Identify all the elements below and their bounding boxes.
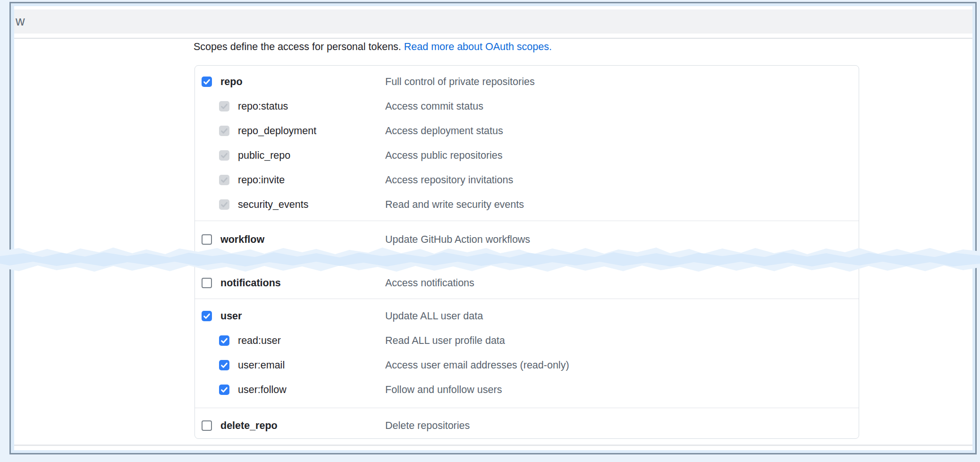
checkmark-icon <box>220 102 228 111</box>
scope-row-user-email: user:email Access user email addresses (… <box>195 353 859 377</box>
scope-description: Access public repositories <box>385 150 503 162</box>
delete-repo-checkbox[interactable] <box>202 420 212 431</box>
scope-description: Access commit status <box>385 101 483 112</box>
scope-label: repo:status <box>238 101 288 112</box>
scope-label: repo:invite <box>238 174 285 186</box>
scope-row-repo-deployment: repo_deployment Access deployment status <box>195 119 859 143</box>
repo-deployment-checkbox <box>219 126 229 136</box>
checkmark-icon <box>220 361 228 369</box>
scope-group-delete-repo: delete_repo Delete repositories <box>195 408 859 438</box>
scope-row-public-repo: public_repo Access public repositories <box>195 143 859 168</box>
scope-label[interactable]: user <box>220 310 242 322</box>
scope-row-security-events: security_events Read and write security … <box>195 192 859 217</box>
scope-row-read-user: read:user Read ALL user profile data <box>195 328 859 353</box>
scope-description: Access deployment status <box>385 125 503 137</box>
checkmark-icon <box>220 200 228 209</box>
checkmark-icon <box>220 127 228 135</box>
scope-group-repo: repo Full control of private repositorie… <box>195 66 859 221</box>
header-divider <box>14 38 972 39</box>
scope-row-notifications: notifications Access notifications <box>195 271 859 295</box>
scopes-intro-text: Scopes define the access for personal to… <box>194 41 401 52</box>
public-repo-checkbox <box>219 150 229 161</box>
checkmark-icon <box>220 385 228 394</box>
user-email-checkbox[interactable] <box>219 360 229 370</box>
torn-screenshot-gap <box>0 246 980 273</box>
scope-row-repo-status: repo:status Access commit status <box>195 94 859 119</box>
scope-description: Update GitHub Action workflows <box>385 234 530 246</box>
repo-checkbox[interactable] <box>202 77 212 87</box>
scope-row-repo: repo Full control of private repositorie… <box>195 69 859 94</box>
scope-label[interactable]: user:follow <box>238 384 287 396</box>
scope-label: public_repo <box>238 150 290 162</box>
scopes-intro: Scopes define the access for personal to… <box>194 41 552 53</box>
scope-description: Update ALL user data <box>385 310 483 322</box>
repo-status-checkbox <box>219 101 229 111</box>
scope-description: Access user email addresses (read-only) <box>385 359 569 371</box>
read-user-checkbox[interactable] <box>219 335 229 346</box>
scope-description: Delete repositories <box>385 420 470 432</box>
user-checkbox[interactable] <box>202 311 212 321</box>
scope-label[interactable]: workflow <box>220 234 264 246</box>
page-content: w Scopes define the access for personal … <box>14 6 972 450</box>
oauth-scopes-link[interactable]: Read more about OAuth scopes. <box>404 41 552 52</box>
workflow-checkbox[interactable] <box>202 234 212 245</box>
checkmark-icon <box>220 336 228 345</box>
checkmark-icon <box>203 312 211 320</box>
scope-row-user: user Update ALL user data <box>195 304 859 328</box>
scope-row-delete-repo: delete_repo Delete repositories <box>195 413 859 438</box>
scope-label[interactable]: repo <box>220 76 243 88</box>
scope-label[interactable]: user:email <box>238 359 285 371</box>
user-follow-checkbox[interactable] <box>219 385 229 395</box>
scope-description: Access notifications <box>385 277 474 289</box>
note-input-value: w <box>16 15 25 28</box>
scope-description: Read and write security events <box>385 199 524 211</box>
scope-description: Follow and unfollow users <box>385 384 502 396</box>
checkmark-icon <box>220 151 228 160</box>
scope-description: Access repository invitations <box>385 174 513 186</box>
security-events-checkbox <box>219 199 229 210</box>
checkmark-icon <box>220 176 228 184</box>
scope-description: Full control of private repositories <box>385 76 535 88</box>
scope-label[interactable]: read:user <box>238 335 281 347</box>
scope-description: Read ALL user profile data <box>385 335 505 347</box>
scope-label: repo_deployment <box>238 125 316 137</box>
scope-row-user-follow: user:follow Follow and unfollow users <box>195 377 859 402</box>
repo-invite-checkbox <box>219 175 229 185</box>
scope-row-repo-invite: repo:invite Access repository invitation… <box>195 168 859 192</box>
notifications-checkbox[interactable] <box>202 278 212 288</box>
scope-group-user: user Update ALL user data read:user Read… <box>195 299 859 408</box>
scope-group-notifications: notifications Access notifications <box>195 271 859 299</box>
note-input-bar[interactable]: w <box>14 9 972 34</box>
checkmark-icon <box>203 77 211 86</box>
torn-edge-graphic <box>0 246 980 273</box>
scope-label[interactable]: notifications <box>220 277 281 289</box>
scope-label: security_events <box>238 199 308 211</box>
section-divider <box>14 445 972 446</box>
scope-label[interactable]: delete_repo <box>220 420 278 432</box>
